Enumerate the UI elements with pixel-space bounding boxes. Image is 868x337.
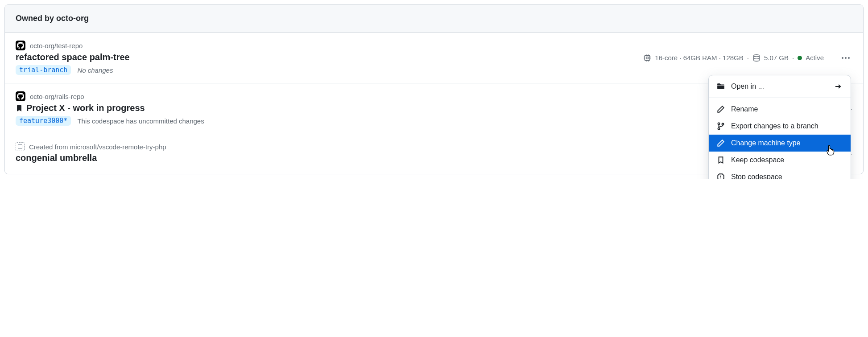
menu-export-branch[interactable]: Export changes to a branch xyxy=(709,118,851,135)
activity-status: Active xyxy=(806,54,824,62)
cpu-icon xyxy=(643,54,651,62)
repo-name[interactable]: octo-org/rails-repo xyxy=(30,93,84,100)
codespace-actions-menu: Open in ... Rename Export changes to a b… xyxy=(708,75,851,179)
codespace-title[interactable]: Project X - work in progress xyxy=(26,103,145,113)
separator-dot: · xyxy=(792,54,794,62)
machine-specs: 16-core · 64GB RAM · 128GB xyxy=(655,54,743,62)
panel-title: Owned by octo-org xyxy=(16,14,89,23)
arrow-right-icon xyxy=(835,83,843,90)
menu-label: Open in ... xyxy=(731,82,764,90)
template-placeholder-icon xyxy=(16,142,25,151)
svg-point-2 xyxy=(754,54,759,57)
repo-name[interactable]: octo-org/test-repo xyxy=(30,42,83,49)
codespace-title[interactable]: refactored space palm-tree xyxy=(16,52,130,62)
bookmark-icon xyxy=(16,105,23,112)
pencil-icon xyxy=(717,139,725,147)
github-avatar-icon xyxy=(16,41,25,50)
pencil-icon xyxy=(717,105,725,113)
bookmark-outline-icon xyxy=(717,156,725,164)
kebab-menu-button[interactable] xyxy=(839,54,852,62)
created-from: Created from microsoft/vscode-remote-try… xyxy=(29,143,166,151)
menu-label: Export changes to a branch xyxy=(731,122,818,130)
svg-point-7 xyxy=(718,123,719,124)
menu-label: Stop codespace xyxy=(731,173,782,179)
menu-label: Rename xyxy=(731,105,758,113)
svg-point-8 xyxy=(718,128,719,130)
branch-pill[interactable]: feature3000* xyxy=(16,116,71,126)
change-status: No changes xyxy=(77,66,113,74)
status-dot-icon xyxy=(798,56,802,60)
menu-label: Change machine type xyxy=(731,139,801,147)
menu-rename[interactable]: Rename xyxy=(709,101,851,118)
database-icon xyxy=(752,54,761,62)
folder-icon xyxy=(717,82,725,90)
svg-rect-0 xyxy=(645,55,650,60)
git-branch-icon xyxy=(717,122,725,130)
svg-rect-1 xyxy=(646,57,649,59)
storage-used: 5.07 GB xyxy=(764,54,789,62)
menu-keep-codespace[interactable]: Keep codespace xyxy=(709,152,851,168)
menu-open-in[interactable]: Open in ... xyxy=(709,78,851,95)
menu-label: Keep codespace xyxy=(731,156,784,164)
panel-header: Owned by octo-org xyxy=(5,5,863,33)
menu-stop-codespace[interactable]: Stop codespace xyxy=(709,168,851,179)
codespace-title[interactable]: congenial umbrella xyxy=(16,153,97,163)
change-status: This codespace has uncommitted changes xyxy=(77,117,204,125)
stop-icon xyxy=(717,173,725,179)
separator-dot: · xyxy=(747,54,749,62)
svg-point-9 xyxy=(722,123,723,125)
menu-change-machine-type[interactable]: Change machine type xyxy=(709,135,851,152)
github-avatar-icon xyxy=(16,91,25,101)
branch-pill[interactable]: trial-branch xyxy=(16,65,71,75)
